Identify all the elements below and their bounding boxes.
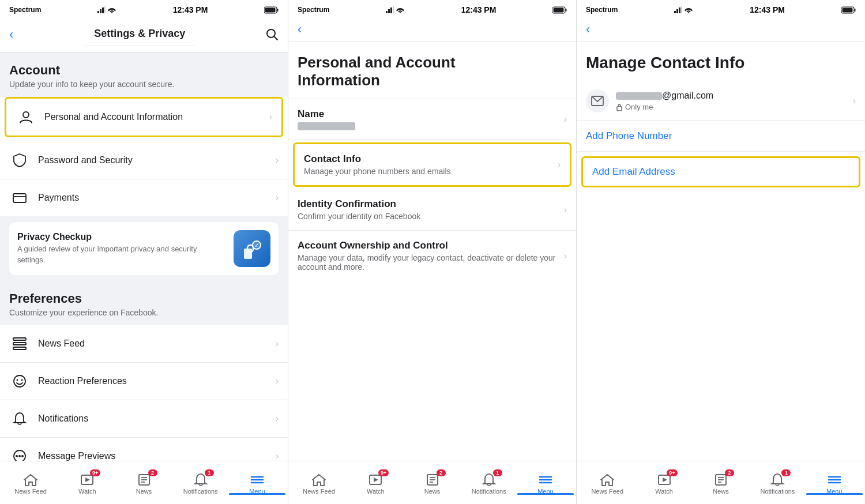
tab-notifications-2[interactable]: 1 Notifications: [461, 471, 517, 495]
payments-label: Payments: [38, 193, 276, 203]
panel-manage-contact-info: Spectrum 12:43 PM ‹ Manage Contact Info …: [577, 0, 865, 504]
password-security-label: Password and Security: [38, 155, 276, 166]
menu-item-account-ownership[interactable]: Account Ownership and Control Manage you…: [288, 231, 576, 281]
tab-news-3[interactable]: 2 News: [693, 471, 749, 495]
watch-badge-2: 9+: [378, 469, 389, 476]
watch-icon-1: 9+: [80, 473, 95, 487]
email-icon: [586, 89, 609, 112]
account-title: Account: [9, 63, 279, 78]
panel-2-content: Personal and AccountInformation Name › C…: [288, 42, 576, 461]
carrier-1: Spectrum: [9, 6, 41, 14]
email-row[interactable]: @gmail.com Only me ›: [577, 81, 865, 121]
signal-wifi-3: [674, 6, 693, 13]
news-badge-2: 2: [437, 469, 446, 476]
email-blur-prefix: [616, 92, 662, 100]
tab-label-news-3: News: [713, 488, 729, 495]
back-button-1[interactable]: ‹: [9, 28, 13, 41]
tab-news-2[interactable]: 2 News: [404, 471, 460, 495]
back-button-2[interactable]: ‹: [298, 23, 302, 36]
svg-point-21: [17, 379, 18, 381]
battery-icons-1: [264, 6, 279, 14]
preferences-menu-group: News Feed › Reaction Preferences ›: [0, 325, 288, 461]
tab-label-notifications-1: Notifications: [183, 488, 218, 495]
tab-menu-2[interactable]: Menu: [517, 471, 574, 495]
tab-news-feed-2[interactable]: News Feed: [291, 471, 347, 495]
tab-news-feed-1[interactable]: News Feed: [2, 471, 59, 495]
reaction-prefs-label: Reaction Preferences: [38, 376, 276, 386]
menu-item-contact-info[interactable]: Contact Info Manage your phone numbers a…: [293, 142, 571, 187]
menu-icon-2: [538, 473, 553, 487]
tab-bar-2: News Feed 9+ Watch 2 News 1 Notification…: [288, 461, 576, 504]
menu-item-name[interactable]: Name ›: [288, 99, 576, 140]
menu-active-bar-1: [229, 493, 285, 495]
svg-point-57: [688, 12, 690, 13]
email-suffix: @gmail.com: [662, 91, 713, 100]
menu-item-reaction-preferences[interactable]: Reaction Preferences ›: [0, 363, 288, 400]
svg-rect-3: [104, 6, 106, 13]
svg-rect-0: [97, 11, 99, 13]
name-value-blur: [298, 122, 355, 130]
preferences-subtitle: Customize your experience on Facebook.: [9, 308, 279, 317]
tab-bar-3: News Feed 9+ Watch 2 News 1 Notification…: [577, 461, 865, 504]
privacy-checkup-card[interactable]: Privacy Checkup A guided review of your …: [9, 222, 279, 275]
svg-rect-18: [13, 343, 26, 345]
notification-icon-1: 1: [193, 473, 208, 487]
chevron-name: ›: [564, 114, 567, 125]
menu-item-news-feed[interactable]: News Feed ›: [0, 325, 288, 363]
tab-news-1[interactable]: 2 News: [115, 471, 172, 495]
tab-watch-3[interactable]: 9+ Watch: [635, 471, 692, 495]
news-icon-3: 2: [713, 473, 728, 487]
manage-contact-title: Manage Contact Info: [577, 42, 865, 81]
checkup-desc: A guided review of your important privac…: [17, 244, 227, 265]
chevron-email: ›: [853, 96, 856, 106]
svg-rect-17: [13, 338, 26, 340]
search-button-1[interactable]: [266, 28, 279, 41]
chevron-contact-info: ›: [558, 160, 561, 170]
svg-rect-2: [102, 7, 104, 13]
account-subtitle: Update your info to keep your account se…: [9, 80, 279, 89]
identity-confirmation-sublabel: Confirm your identity on Facebook: [298, 212, 559, 221]
svg-rect-43: [553, 7, 563, 12]
tab-menu-3[interactable]: Menu: [806, 471, 863, 495]
contact-info-label: Contact Info: [304, 153, 553, 165]
svg-marker-64: [663, 477, 667, 482]
status-bar-3: Spectrum 12:43 PM: [577, 0, 865, 18]
svg-marker-45: [374, 477, 378, 482]
menu-item-payments[interactable]: Payments ›: [0, 179, 288, 216]
svg-point-20: [14, 375, 25, 387]
tab-watch-1[interactable]: 9+ Watch: [59, 471, 115, 495]
menu-item-password-security[interactable]: Password and Security ›: [0, 142, 288, 179]
menu-item-identity-confirmation[interactable]: Identity Confirmation Confirm your ident…: [288, 189, 576, 231]
svg-point-40: [400, 12, 401, 13]
menu-item-message-previews[interactable]: Message Previews ›: [0, 438, 288, 461]
tab-notifications-3[interactable]: 1 Notifications: [749, 471, 806, 495]
back-button-3[interactable]: ‹: [586, 23, 590, 36]
tab-label-news-feed-1: News Feed: [14, 488, 47, 495]
tab-label-watch-1: Watch: [78, 488, 96, 495]
person-icon: [16, 107, 36, 127]
svg-rect-42: [565, 9, 566, 12]
svg-rect-62: [617, 107, 622, 111]
message-icon: [9, 446, 30, 461]
news-icon-2: 2: [425, 473, 440, 487]
news-badge-3: 2: [725, 469, 734, 476]
bell-icon: [9, 408, 30, 429]
add-phone-number-link[interactable]: Add Phone Number: [577, 121, 865, 152]
signal-wifi-2: [386, 6, 405, 13]
svg-point-26: [21, 455, 24, 457]
svg-text:✓: ✓: [254, 242, 259, 249]
menu-item-notifications[interactable]: Notifications ›: [0, 400, 288, 438]
name-text: Name: [298, 108, 559, 130]
add-email-address-link[interactable]: Add Email Address: [581, 156, 860, 187]
checkup-icon: ✓: [234, 230, 270, 267]
tab-notifications-1[interactable]: 1 Notifications: [172, 471, 229, 495]
menu-item-personal-account-info[interactable]: Personal and Account Information ›: [5, 97, 283, 137]
notification-badge-1: 1: [205, 469, 214, 476]
tab-menu-1[interactable]: Menu: [229, 471, 285, 495]
shield-icon: [9, 150, 30, 171]
news-icon-1: 2: [137, 473, 152, 487]
tab-watch-2[interactable]: 9+ Watch: [347, 471, 404, 495]
svg-rect-55: [679, 7, 680, 13]
personal-account-label: Personal and Account Information: [44, 112, 269, 122]
tab-news-feed-3[interactable]: News Feed: [579, 471, 635, 495]
